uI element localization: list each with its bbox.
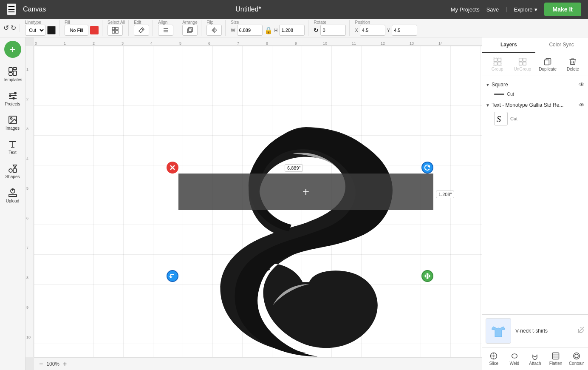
svg-rect-13 (13, 71, 17, 75)
save-button[interactable]: Save (486, 6, 499, 13)
position-label: Position (355, 20, 417, 25)
right-panel-tabs: Layers Color Sync (482, 37, 588, 53)
position-section: Position X Y (355, 20, 421, 36)
ruler-left: 1 2 3 4 5 6 7 8 9 10 (25, 46, 34, 357)
delete-label: Delete (567, 67, 579, 71)
arrange-label: Arrange (182, 20, 198, 25)
contour-tool[interactable]: Contour (566, 350, 586, 367)
slice-tool[interactable]: Slice (484, 350, 504, 367)
svg-rect-12 (13, 68, 17, 70)
linetype-color[interactable] (47, 26, 56, 34)
edit-label: Edit (134, 20, 149, 25)
flatten-tool[interactable]: Flatten (546, 350, 566, 367)
sidebar-item-projects[interactable]: Projects (2, 87, 24, 110)
fill-section: Fill No Fill (65, 20, 102, 36)
lock-icon[interactable]: 🔒 (264, 26, 273, 34)
main-layout: + Templates Projects Images Text Shapes … (0, 37, 588, 370)
sidebar-item-upload-label: Upload (6, 199, 20, 203)
topbar-actions: My Projects Save | Explore ▾ Make It (451, 3, 581, 16)
align-label: Align (158, 20, 173, 25)
make-it-button[interactable]: Make It (544, 3, 581, 16)
menu-button[interactable]: ☰ (7, 3, 16, 15)
delete-button[interactable]: Delete (561, 56, 585, 73)
svg-rect-30 (494, 62, 497, 65)
sidebar-item-templates[interactable]: Templates (2, 63, 24, 85)
hide-tshirt-icon[interactable] (577, 326, 585, 336)
ungroup-label: UnGroup (514, 67, 531, 71)
new-button[interactable]: + (4, 41, 21, 58)
svg-point-17 (13, 97, 14, 99)
size-h-input[interactable] (279, 25, 305, 36)
size-label: Size (231, 20, 305, 25)
layer-square-name: Square (492, 82, 577, 88)
chevron-down-icon: ▼ (486, 103, 490, 108)
design-element[interactable] (178, 114, 433, 370)
layer-item-square-cut[interactable]: Cut (482, 90, 588, 98)
document-title: Untitled* (53, 6, 444, 13)
sidebar-item-upload[interactable]: Upload (2, 184, 24, 207)
flip-section: Flip (206, 20, 226, 36)
sidebar-item-images[interactable]: Images (2, 111, 24, 134)
fill-selector[interactable]: No Fill (65, 25, 88, 36)
svg-rect-11 (9, 68, 12, 72)
layer-item-text-cut[interactable]: S Cut (482, 110, 588, 127)
toolbar: ↺ ↻ Linetype Cut Fill No Fill Select All (0, 19, 588, 37)
edit-section: Edit (134, 20, 153, 36)
right-bottom: V-neck t-shirts Slice Weld Attach (482, 314, 588, 370)
layer-text-name: Text - Monotype Gallia Std Re... (492, 102, 577, 108)
duplicate-button[interactable]: Duplicate (536, 56, 560, 73)
linetype-select[interactable]: Cut (25, 25, 45, 36)
right-panel: Layers Color Sync Group UnGroup Duplicat… (482, 37, 588, 370)
fill-color[interactable] (90, 26, 99, 34)
position-x-label: X (355, 28, 358, 33)
resize-br-handle[interactable] (421, 270, 433, 282)
panel-actions: Group UnGroup Duplicate Delete (482, 53, 588, 76)
svg-rect-8 (187, 29, 191, 33)
redo-button[interactable]: ↻ (11, 24, 16, 32)
resize-tl-handle[interactable] (167, 270, 178, 282)
group-button[interactable]: Group (486, 56, 509, 73)
svg-rect-22 (13, 169, 17, 172)
svg-rect-36 (523, 62, 526, 65)
layer-group-square: ▼ Square 👁 Cut (482, 80, 588, 98)
size-w-input[interactable] (237, 25, 263, 36)
visibility-icon[interactable]: 👁 (579, 81, 585, 88)
rotate-section: Rotate ↻ (314, 20, 350, 36)
linetype-section: Linetype Cut (25, 20, 59, 36)
explore-button[interactable]: Explore ▾ (514, 6, 537, 13)
layer-group-square-header[interactable]: ▼ Square 👁 (482, 80, 588, 90)
tab-color-sync[interactable]: Color Sync (535, 37, 588, 53)
app-logo: Canvas (23, 6, 46, 13)
height-dimension-label: 1.208" (436, 191, 454, 198)
sidebar-item-shapes[interactable]: Shapes (2, 160, 24, 182)
svg-rect-34 (523, 58, 526, 62)
select-all-section: Select All (107, 20, 129, 36)
bottom-tools: Slice Weld Attach Flatten Contour (482, 347, 588, 370)
position-y-input[interactable] (392, 25, 417, 36)
visibility-icon[interactable]: 👁 (579, 102, 585, 108)
zoom-in-button[interactable]: + (63, 360, 67, 368)
align-button[interactable] (158, 25, 173, 36)
attach-tool[interactable]: Attach (525, 350, 545, 367)
rotate-input[interactable] (320, 25, 346, 36)
tshirt-thumbnail[interactable] (486, 318, 511, 344)
undo-button[interactable]: ↺ (3, 24, 9, 32)
tab-layers[interactable]: Layers (482, 37, 535, 53)
svg-marker-21 (13, 165, 17, 168)
select-all-button[interactable] (107, 25, 123, 36)
ungroup-button[interactable]: UnGroup (511, 56, 534, 73)
sidebar-item-text[interactable]: Text (2, 136, 24, 158)
layer-group-text: ▼ Text - Monotype Gallia Std Re... 👁 S C… (482, 100, 588, 127)
edit-button[interactable] (134, 25, 149, 36)
zoom-out-button[interactable]: − (39, 360, 43, 368)
arrange-button[interactable] (182, 25, 198, 36)
layer-group-text-header[interactable]: ▼ Text - Monotype Gallia Std Re... 👁 (482, 100, 588, 110)
weld-tool[interactable]: Weld (505, 350, 525, 367)
delete-handle[interactable] (167, 162, 178, 174)
position-x-input[interactable] (360, 25, 385, 36)
canvas-area[interactable]: 0 1 2 3 4 5 6 7 8 9 10 11 12 13 14 1 2 3… (25, 37, 482, 370)
selection-rectangle[interactable]: + (178, 174, 433, 210)
my-projects-button[interactable]: My Projects (451, 6, 480, 13)
rotate-handle[interactable] (421, 162, 433, 174)
flip-button[interactable] (206, 25, 222, 36)
